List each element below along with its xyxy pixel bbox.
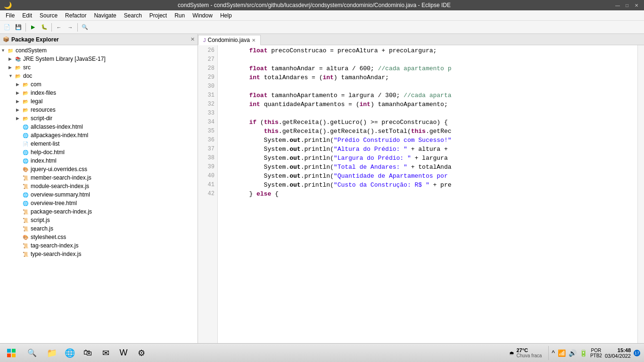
tree-arrow-jre: ▶ xyxy=(8,57,14,61)
line-number-40: 40 xyxy=(202,172,215,181)
tree-item-type-search-index.js[interactable]: 📜type-search-index.js xyxy=(0,250,198,258)
taskbar-app-edge[interactable]: 🌐 xyxy=(61,345,78,362)
code-line-37: System.out.println("Altura do Prédio: " … xyxy=(220,145,636,154)
tree-item-overview-summary.html[interactable]: 🌐overview-summary.html xyxy=(0,190,198,199)
toolbar-separator-1 xyxy=(25,23,26,32)
tree-label-index.html: index.html xyxy=(31,157,57,164)
tree-icon-js: 📜 xyxy=(22,242,29,249)
tree-label-package-search-index.js: package-search-index.js xyxy=(31,208,92,215)
tree-item-legal[interactable]: ▶📂legal xyxy=(0,97,198,106)
toolbar-run[interactable]: ▶ xyxy=(28,22,38,33)
menu-item-source[interactable]: Source xyxy=(36,11,61,20)
toolbar-save[interactable]: 💾 xyxy=(13,22,24,33)
editor-tab-condominio[interactable]: J Condominio.java ✕ xyxy=(198,35,261,45)
maximize-button[interactable]: □ xyxy=(623,1,631,9)
toolbar-forward[interactable]: → xyxy=(65,22,75,33)
menu-item-refactor[interactable]: Refactor xyxy=(61,11,90,20)
tree-item-resources[interactable]: ▶📂resources xyxy=(0,106,198,114)
tree-item-tag-search-index.js[interactable]: 📜tag-search-index.js xyxy=(0,241,198,250)
line-number-41: 41 xyxy=(202,181,215,189)
tree-icon-js: 📜 xyxy=(22,182,29,190)
editor-tab-close[interactable]: ✕ xyxy=(252,38,256,43)
code-content[interactable]: float precoConstrucao = precoAltura + pr… xyxy=(218,45,637,343)
tree-item-index.html[interactable]: 🌐index.html xyxy=(0,156,198,165)
language-indicator[interactable]: POR PTB2 xyxy=(590,348,602,358)
search-button[interactable]: 🔍 xyxy=(23,344,41,362)
tree-item-element-list[interactable]: 📄element-list xyxy=(0,140,198,148)
package-explorer-panel: 📦 Package Explorer ✕ ▼📁condSystem▶📚JRE S… xyxy=(0,34,198,343)
tree-item-search.js[interactable]: 📜search.js xyxy=(0,224,198,233)
tree-item-overview-tree.html[interactable]: 🌐overview-tree.html xyxy=(0,199,198,207)
notification-badge[interactable]: 17 xyxy=(634,350,640,356)
tree-item-allclasses-index.html[interactable]: 🌐allclasses-index.html xyxy=(0,123,198,131)
taskbar-app-settings[interactable]: ⚙ xyxy=(133,345,150,362)
line-number-27: 27 xyxy=(202,55,215,64)
code-line-33 xyxy=(220,109,636,118)
tray-network[interactable]: 📶 xyxy=(558,349,566,357)
close-button[interactable]: ✕ xyxy=(633,1,640,9)
tree-label-member-search-index.js: member-search-index.js xyxy=(31,174,91,181)
menu-item-file[interactable]: File xyxy=(2,11,18,20)
tray-separator xyxy=(548,346,549,360)
tree-label-jquery-ui.overrides.css: jquery-ui.overrides.css xyxy=(31,166,87,173)
tree-item-jquery-ui.overrides.css[interactable]: 🎨jquery-ui.overrides.css xyxy=(0,165,198,173)
tree-arrow-condSystem: ▼ xyxy=(1,48,7,53)
tree-item-src[interactable]: ▶📂src xyxy=(0,63,198,72)
editor-scrollbar[interactable] xyxy=(637,45,644,343)
taskbar-app-word[interactable]: W xyxy=(115,345,132,362)
tree-item-member-search-index.js[interactable]: 📜member-search-index.js xyxy=(0,173,198,182)
tree-item-jre[interactable]: ▶📚JRE System Library [JavaSE-17] xyxy=(0,55,198,63)
code-line-38: System.out.println("Largura do Prédio: "… xyxy=(220,154,636,163)
tree-icon-folder: 📂 xyxy=(22,115,29,122)
tree-label-jre: JRE System Library [JavaSE-17] xyxy=(23,56,106,62)
tree-item-package-search-index.js[interactable]: 📜package-search-index.js xyxy=(0,207,198,216)
taskbar-app-store[interactable]: 🛍 xyxy=(79,345,96,362)
toolbar-search[interactable]: 🔍 xyxy=(80,22,90,33)
toolbar-back[interactable]: ← xyxy=(54,22,64,33)
tree-item-script.js[interactable]: 📜script.js xyxy=(0,216,198,224)
toolbar-separator-2 xyxy=(51,23,52,32)
minimize-button[interactable]: — xyxy=(614,1,621,9)
tree-arrow-script-dir: ▶ xyxy=(16,116,22,121)
tree-icon-js: 📜 xyxy=(22,225,29,232)
menu-item-help[interactable]: Help xyxy=(216,11,236,20)
tree-item-module-search-index.js[interactable]: 📜module-search-index.js xyxy=(0,182,198,190)
tree-item-doc[interactable]: ▼📂doc xyxy=(0,72,198,80)
menu-item-navigate[interactable]: Navigate xyxy=(90,11,120,20)
start-button[interactable] xyxy=(0,344,23,362)
tree-icon-html: 🌐 xyxy=(22,132,29,139)
clock[interactable]: 15:48 03/04/2022 xyxy=(605,347,631,359)
line-number-38: 38 xyxy=(202,154,215,163)
line-number-37: 37 xyxy=(202,145,215,154)
menu-item-project[interactable]: Project xyxy=(146,11,171,20)
tree-icon-html: 🌐 xyxy=(22,191,29,198)
tree-arrow-doc: ▼ xyxy=(8,74,14,78)
tree-item-script-dir[interactable]: ▶📂script-dir xyxy=(0,114,198,123)
tree-item-stylesheet.css[interactable]: 🎨stylesheet.css xyxy=(0,233,198,241)
menu-item-window[interactable]: Window xyxy=(189,11,216,20)
toolbar-new[interactable]: 📄 xyxy=(2,22,12,33)
title-bar-title: condSystem - condSystem/src/com/github/l… xyxy=(178,2,451,8)
tree-icon-html: 🌐 xyxy=(22,123,29,131)
tree-item-help-doc.html[interactable]: 🌐help-doc.html xyxy=(0,148,198,156)
tree-icon-folder: 📂 xyxy=(22,89,29,97)
taskbar-app-explorer[interactable]: 📁 xyxy=(43,345,60,362)
tree-item-index-files[interactable]: ▶📂index-files xyxy=(0,89,198,97)
clock-time: 15:48 xyxy=(605,347,631,353)
tray-volume[interactable]: 🔊 xyxy=(569,349,577,357)
tree-item-com[interactable]: ▶📂com xyxy=(0,80,198,89)
tray-battery[interactable]: 🔋 xyxy=(579,349,587,357)
taskbar-app-mail[interactable]: ✉ xyxy=(97,345,114,362)
menu-item-search[interactable]: Search xyxy=(120,11,146,20)
weather-temp: 27°C xyxy=(516,347,542,353)
package-explorer-close[interactable]: ✕ xyxy=(190,36,195,42)
tree-item-condSystem[interactable]: ▼📁condSystem xyxy=(0,46,198,55)
tree-label-src: src xyxy=(23,64,31,71)
code-line-34: if (this.getReceita().getLucro() >= prec… xyxy=(220,118,636,127)
weather-desc: Chuva fraca xyxy=(516,353,542,358)
menu-item-edit[interactable]: Edit xyxy=(18,11,36,20)
tree-item-allpackages-index.html[interactable]: 🌐allpackages-index.html xyxy=(0,131,198,140)
tray-arrow[interactable]: ^ xyxy=(552,349,555,357)
menu-item-run[interactable]: Run xyxy=(171,11,189,20)
toolbar-debug[interactable]: 🐛 xyxy=(39,22,50,33)
